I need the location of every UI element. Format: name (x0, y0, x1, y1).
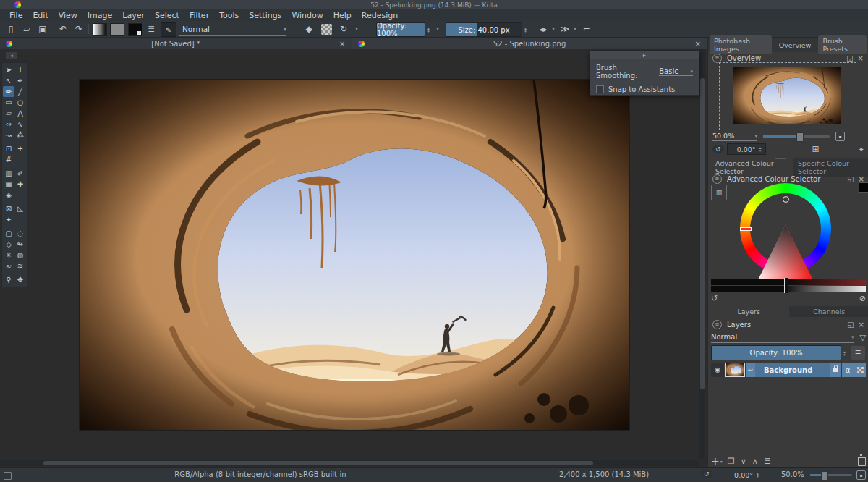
reset-rotation-icon[interactable]: ↺ (712, 145, 724, 153)
tool-gradient[interactable]: ▥ (3, 168, 14, 179)
chevron-down-icon[interactable]: ▾ (572, 25, 578, 33)
float-docker-icon[interactable]: ◱ (847, 321, 854, 329)
shade-strip-gray[interactable] (711, 286, 866, 292)
tool-pan[interactable]: ✥ (14, 274, 26, 285)
redo-button[interactable]: ↷ (72, 22, 85, 35)
reset-rotation-icon[interactable]: ↺ (700, 470, 713, 478)
overview-zoom-dropdown[interactable]: 50.0% ▾ (712, 131, 757, 141)
blending-mode-dropdown[interactable]: Normal ▾ (179, 22, 286, 36)
spin-down-icon[interactable]: ▾ (425, 30, 432, 33)
gradient-swatch[interactable] (93, 23, 107, 36)
new-document-button[interactable]: ▯ (4, 22, 17, 35)
tool-select-shapes[interactable]: ➤ (3, 64, 14, 75)
eraser-mode-button[interactable]: ◆ (302, 22, 315, 35)
tool-rectangle[interactable]: ▭ (3, 97, 14, 108)
dock-tab-brush-presets[interactable]: Brush Presets (818, 35, 867, 54)
menu-window[interactable]: Window (286, 11, 328, 20)
zoom-fit-icon[interactable]: ▪ (856, 470, 866, 480)
spin-down-icon[interactable]: ▾ (757, 149, 764, 152)
overview-fit-icon[interactable]: ▪ (835, 132, 845, 141)
layer-options-button[interactable]: ≣ (851, 346, 865, 360)
edit-brush-settings-button[interactable]: ✎ (161, 22, 176, 37)
open-document-button[interactable]: ▱ (20, 22, 33, 35)
layer-row-background[interactable]: ◉ ↩ Background α (711, 363, 866, 377)
tool-pattern-edit[interactable]: ▦ (3, 179, 14, 190)
tool-ellipse-select[interactable]: ◌ (14, 228, 26, 239)
tool-similar-select[interactable]: ✳ (3, 250, 14, 261)
docker-menu-icon[interactable]: ≡ (712, 320, 722, 329)
tool-polyline[interactable]: ⋀ (14, 108, 26, 119)
popup-header[interactable]: ▸ (590, 51, 699, 59)
brush-smoothing-dropdown[interactable]: Basic ▾ (659, 67, 693, 76)
brush-size-widget[interactable]: Size: 40.00 px ▴▾ (446, 22, 529, 37)
vscroll-thumb[interactable] (700, 78, 705, 389)
hscroll-thumb[interactable] (43, 461, 593, 465)
layer-opacity-label[interactable]: Opacity: 100% (712, 346, 841, 360)
tool-freehand-select[interactable]: ↬ (14, 239, 26, 250)
menu-help[interactable]: Help (328, 11, 357, 20)
canvas-rotation-spinbox[interactable]: 0.00° ▴▾ (723, 470, 762, 480)
layer-lock-icon[interactable] (830, 363, 841, 377)
close-icon[interactable]: × (859, 175, 864, 183)
layer-properties-button[interactable]: ≣ (764, 456, 771, 466)
dock-tab-overview[interactable]: Overview (775, 40, 816, 51)
menu-tools[interactable]: Tools (214, 11, 244, 20)
delete-layer-button[interactable] (858, 457, 866, 466)
canvas-hscrollbar[interactable] (0, 460, 699, 466)
pin-docker-icon[interactable]: ✦ (859, 145, 864, 153)
tool-ellipse[interactable]: ○ (14, 97, 26, 108)
tab-not-saved[interactable]: [Not Saved] * × (0, 38, 352, 49)
close-icon[interactable]: × (695, 40, 701, 48)
tool-zoom[interactable]: ⚲ (3, 274, 14, 285)
close-icon[interactable]: × (859, 321, 864, 329)
menu-layer[interactable]: Layer (117, 11, 150, 20)
tool-edit-shapes[interactable]: ↖ (3, 75, 14, 86)
tool-text[interactable]: T (14, 64, 26, 75)
tool-move[interactable]: + (14, 143, 26, 154)
tool-freehand-brush[interactable]: ✏ (3, 86, 14, 97)
docker-menu-icon[interactable]: ≡ (712, 54, 722, 63)
menu-edit[interactable]: Edit (27, 11, 53, 20)
spin-down-icon[interactable]: ▾ (754, 475, 761, 478)
opacity-widget[interactable]: Opacity: 100% ▴▾ (376, 22, 432, 37)
colour-selector-settings-button[interactable]: ▥ (711, 185, 727, 200)
menu-view[interactable]: View (54, 11, 82, 20)
tool-dynamic-brush[interactable]: ↝ (3, 130, 14, 140)
mirror-horizontal-button[interactable]: ◂▸ (537, 22, 550, 35)
overview-zoom-slider[interactable] (763, 135, 830, 138)
preserve-alpha-button[interactable] (321, 24, 332, 35)
move-layer-down-button[interactable]: ∨ (741, 457, 746, 466)
add-layer-button[interactable]: + (711, 455, 720, 467)
reload-preset-button[interactable]: ↻ (337, 22, 350, 35)
tool-multibrush[interactable]: ⁂ (14, 130, 26, 140)
close-icon[interactable]: × (339, 40, 345, 48)
layer-blend-dropdown[interactable]: Normal ▾ (711, 331, 854, 343)
tab-scroll-left-button[interactable]: ◂ (6, 52, 17, 59)
save-button[interactable]: ▣ (36, 22, 49, 35)
mirror-vertical-button[interactable]: ≫ (558, 22, 571, 35)
tool-crop[interactable]: # (3, 154, 14, 165)
spin-down-icon[interactable]: ▾ (841, 353, 848, 356)
pattern-swatch[interactable] (110, 23, 124, 36)
menu-redesign[interactable]: Redesign (357, 11, 403, 20)
mirror-view-icon[interactable]: ⊞ (812, 144, 820, 154)
tool-magnetic-select[interactable]: ≋ (14, 261, 26, 271)
tool-freehand-path[interactable]: ∿ (14, 119, 26, 130)
tool-bezier-select[interactable]: ≈ (3, 261, 14, 271)
chevron-down-icon[interactable]: ▾ (434, 25, 441, 33)
layer-alpha-lock-icon[interactable]: α (842, 363, 854, 377)
selection-mode-icon[interactable] (4, 472, 12, 480)
move-layer-up-button[interactable]: ∧ (752, 457, 758, 466)
tool-fill[interactable]: ◈ (3, 190, 14, 200)
layer-filter-icon[interactable]: ▽ (860, 333, 866, 342)
tool-polygon-select[interactable]: ◇ (3, 239, 14, 250)
chevron-down-icon[interactable]: ▾ (720, 459, 723, 464)
tool-line[interactable]: ╱ (14, 86, 26, 97)
docker-menu-icon[interactable]: ≡ (712, 174, 722, 184)
close-icon[interactable]: × (858, 54, 864, 62)
layer-inherit-alpha-icon[interactable] (854, 363, 866, 377)
shade-strip-red[interactable] (711, 279, 866, 285)
tool-color-sampler[interactable]: ✐ (14, 168, 26, 179)
tool-assistants[interactable]: ◺ (14, 203, 26, 214)
menu-select[interactable]: Select (150, 11, 184, 20)
